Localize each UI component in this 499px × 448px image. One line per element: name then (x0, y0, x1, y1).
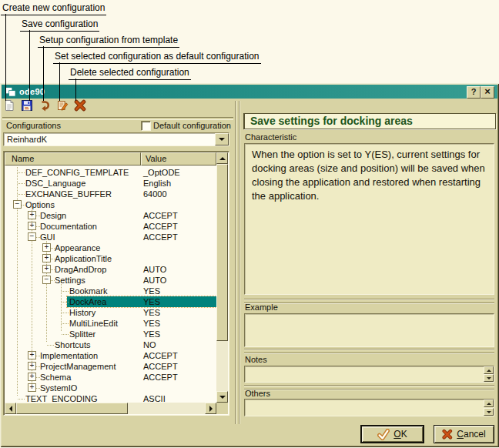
tree-horizontal-scrollbar[interactable] (5, 403, 216, 414)
tree-item-value: 64000 (143, 189, 167, 199)
scroll-right-button[interactable] (205, 403, 216, 414)
others-textbox[interactable] (244, 399, 494, 416)
set-default-configuration-button[interactable] (55, 100, 69, 113)
spin-down-button[interactable] (484, 374, 494, 382)
tree-item-value: YES (143, 286, 160, 296)
tree-connector (18, 167, 25, 173)
others-label: Others (245, 389, 270, 398)
ok-button-label: OK (394, 429, 407, 440)
delete-configuration-button[interactable] (73, 100, 86, 113)
tree-row-Bookmark[interactable]: BookmarkYES (5, 286, 216, 296)
chevron-down-icon (219, 138, 225, 141)
tree-row-Options[interactable]: −Options (5, 199, 216, 210)
tree-row-History[interactable]: HistoryYES (5, 307, 216, 318)
tree-row-SystemIO[interactable]: +SystemIO (5, 383, 216, 393)
spin-up-button[interactable] (484, 366, 494, 374)
expand-toggle-icon[interactable]: + (28, 222, 36, 230)
spin-down-button[interactable] (484, 408, 494, 416)
tree-row-Splitter[interactable]: SplitterYES (5, 329, 216, 339)
toolbar (2, 100, 86, 115)
tree-connector (47, 339, 54, 346)
tree-row-Documentation[interactable]: +DocumentationACCEPT (5, 221, 216, 232)
collapse-toggle-icon[interactable]: − (13, 200, 22, 209)
panel-splitter[interactable] (235, 101, 240, 424)
setup-configuration-from-template-button[interactable] (38, 100, 51, 113)
tree-item-value: _OptODE (143, 168, 180, 177)
tree-row-DockArea[interactable]: DockAreaYES (5, 296, 216, 307)
tree-item-name: Splitter (69, 329, 95, 339)
notes-textbox[interactable] (244, 366, 494, 383)
tree-item-name: ApplicationTitle (55, 254, 112, 263)
tree-row-Settings[interactable]: −SettingsAUTO (5, 275, 216, 286)
tree-row-Design[interactable]: +DesignACCEPT (5, 210, 216, 221)
tree-vertical-scrollbar[interactable] (216, 152, 228, 403)
notes-label: Notes (245, 355, 267, 364)
example-textbox[interactable] (244, 313, 494, 347)
tree-row-Shortcuts[interactable]: ShortcutsNO (5, 339, 216, 350)
tree-item-value: ACCEPT (143, 222, 178, 231)
section-splitter[interactable] (244, 299, 494, 304)
tree-row-DEF_CONFIG_TEMPLATE[interactable]: DEF_CONFIG_TEMPLATE_OptODE (5, 167, 216, 178)
scroll-left-button[interactable] (5, 403, 16, 414)
section-splitter[interactable] (244, 349, 494, 354)
tree-row-DSC_Language[interactable]: DSC_LanguageEnglish (5, 178, 216, 189)
configuration-tree-table[interactable]: Name Value DEF_CONFIG_TEMPLATE_OptODEDSC… (3, 151, 229, 416)
tree-row-Implementation[interactable]: +ImplementationACCEPT (5, 350, 216, 361)
tree-header: Name Value (5, 152, 216, 165)
help-button[interactable]: ? (467, 86, 481, 99)
tree-column-value[interactable]: Value (141, 152, 216, 165)
tree-row-DragAndDrop[interactable]: +DragAndDropAUTO (5, 264, 216, 275)
arrow-down-icon (487, 411, 491, 413)
scroll-down-button[interactable] (216, 391, 228, 403)
new-configuration-button[interactable] (2, 100, 15, 113)
tree-row-ProjectManagement[interactable]: +ProjectManagementACCEPT (5, 361, 216, 372)
expand-toggle-icon[interactable]: + (28, 373, 36, 381)
window-title: ode90 (19, 87, 45, 96)
tree-column-name[interactable]: Name (5, 152, 141, 165)
tree-item-value: ACCEPT (143, 351, 178, 360)
expand-toggle-icon[interactable]: + (28, 383, 36, 392)
example-label: Example (245, 303, 278, 312)
tree-item-name: MultiLineEdit (69, 319, 118, 328)
arrow-down-icon (219, 396, 226, 399)
arrow-up-icon (487, 403, 491, 405)
horizontal-scroll-thumb[interactable] (16, 403, 128, 414)
tree-row-GUI[interactable]: −GUIACCEPT (5, 232, 216, 242)
cancel-button[interactable]: Cancel (434, 425, 494, 443)
tree-item-value: ACCEPT (143, 211, 178, 220)
collapse-toggle-icon[interactable]: − (42, 276, 51, 284)
collapse-toggle-icon[interactable]: − (28, 232, 36, 241)
tree-item-value: ACCEPT (143, 232, 178, 242)
ok-button[interactable]: OK (360, 425, 424, 443)
callout-create-new: Create new configuration (1, 2, 106, 15)
tree-item-name: ProjectManagement (40, 362, 116, 371)
tree-item-name: GUI (40, 232, 55, 242)
tree-row-Appearance[interactable]: +Appearance (5, 242, 216, 253)
tree-row-ApplicationTitle[interactable]: +ApplicationTitle (5, 253, 216, 264)
tree-row-EXCHANGE_BUFFER[interactable]: EXCHANGE_BUFFER64000 (5, 189, 216, 199)
expand-toggle-icon[interactable]: + (42, 254, 51, 262)
close-button[interactable]: × (481, 86, 494, 99)
tree-row-TEXT_ENCODING[interactable]: TEXT_ENCODINGASCII (5, 393, 216, 403)
expand-toggle-icon[interactable]: + (28, 211, 36, 219)
tree-item-value: ACCEPT (143, 362, 178, 371)
expand-toggle-icon[interactable]: + (28, 362, 36, 370)
section-splitter[interactable] (244, 385, 494, 390)
callout-setup-from-template: Setup configuration from template (38, 35, 179, 48)
spin-up-button[interactable] (484, 400, 494, 407)
configuration-combobox[interactable]: ReinhardK (3, 132, 229, 146)
tree-row-Schema[interactable]: +SchemaACCEPT (5, 372, 216, 383)
tree-item-name: Settings (55, 276, 85, 285)
expand-toggle-icon[interactable]: + (42, 265, 51, 273)
tree-item-name: DockArea (69, 297, 106, 306)
vertical-scroll-thumb[interactable] (216, 164, 228, 341)
expand-toggle-icon[interactable]: + (28, 351, 36, 359)
scroll-up-button[interactable] (216, 152, 228, 164)
expand-toggle-icon[interactable]: + (42, 243, 51, 252)
combobox-dropdown-button[interactable] (215, 133, 229, 145)
tree-connector (62, 296, 69, 303)
save-configuration-button[interactable] (20, 100, 33, 113)
tree-item-name: Schema (40, 373, 71, 382)
default-configuration-checkbox[interactable] (141, 121, 151, 131)
tree-row-MultiLineEdit[interactable]: MultiLineEditYES (5, 318, 216, 329)
